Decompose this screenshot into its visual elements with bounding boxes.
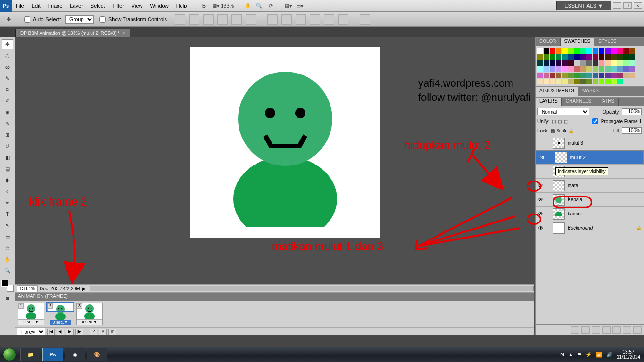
swatch[interactable] [629, 54, 635, 60]
swatch[interactable] [586, 66, 592, 72]
swatch[interactable] [556, 48, 561, 54]
swatch[interactable] [605, 66, 611, 72]
task-paint[interactable]: 🎨 [87, 348, 107, 361]
color-swatches[interactable] [1, 280, 14, 292]
layer-thumbnail[interactable] [553, 222, 565, 234]
close-icon[interactable]: × [123, 31, 125, 36]
swatch[interactable] [556, 54, 561, 60]
layer-visibility-icon[interactable]: 👁 [536, 211, 546, 217]
swatch[interactable] [574, 66, 580, 72]
swatch[interactable] [629, 66, 635, 72]
fill-field[interactable]: 100% [622, 127, 642, 134]
menu-file[interactable]: File [12, 0, 28, 12]
swatch[interactable] [611, 79, 617, 84]
swatch[interactable] [544, 66, 549, 72]
zoom-tool-icon[interactable]: 🔍 [254, 0, 265, 11]
window-close-small[interactable]: × [634, 2, 642, 9]
swatch[interactable] [629, 73, 635, 78]
task-chrome[interactable]: ◉ [65, 348, 85, 361]
screen-mode-icon[interactable]: ▭▾ [294, 0, 305, 11]
workspace-switcher[interactable]: ESSENTIALS ▼ [556, 1, 611, 10]
menu-select[interactable]: Select [87, 0, 109, 12]
swatch[interactable] [611, 54, 617, 60]
swatch[interactable] [562, 60, 568, 66]
swatch[interactable] [611, 73, 617, 78]
swatch[interactable] [550, 48, 555, 54]
swatch[interactable] [605, 73, 611, 78]
align-right-icon[interactable] [246, 14, 256, 25]
swatch[interactable] [544, 73, 549, 78]
swatch[interactable] [550, 79, 555, 84]
layer-row[interactable]: 👁Kepala [536, 193, 644, 207]
swatch[interactable] [568, 54, 574, 60]
distribute-left-icon[interactable] [310, 14, 320, 25]
swatch[interactable] [544, 60, 549, 66]
layer-name[interactable]: badan [567, 211, 636, 216]
group-icon[interactable] [612, 326, 621, 334]
unify-style-icon[interactable]: ⬚ [564, 119, 568, 124]
swatch[interactable] [568, 48, 574, 54]
swatch[interactable] [537, 73, 543, 78]
layer-visibility-icon[interactable]: 👁 [538, 154, 548, 161]
arrange-docs-icon[interactable]: ▦▾ [283, 0, 294, 11]
swatch[interactable] [562, 79, 568, 84]
next-frame-button[interactable]: |▶ [75, 329, 83, 335]
window-minimize-small[interactable]: – [613, 2, 621, 9]
link-layers-icon[interactable] [571, 326, 579, 334]
swatch[interactable] [574, 79, 580, 84]
swatch[interactable] [562, 66, 568, 72]
lasso-tool[interactable]: ᔕ [2, 62, 13, 72]
tray-power-icon[interactable]: ⚡ [586, 352, 592, 358]
swatch[interactable] [562, 48, 568, 54]
swatch[interactable] [593, 48, 598, 54]
auto-select-dropdown[interactable]: Group [65, 15, 94, 24]
swatch[interactable] [586, 79, 592, 84]
swatch[interactable] [556, 60, 561, 66]
swatch[interactable] [605, 60, 611, 66]
swatch[interactable] [593, 60, 598, 66]
swatch[interactable] [544, 79, 549, 84]
swatch[interactable] [629, 60, 635, 66]
zoom-tool[interactable]: 🔍 [2, 265, 13, 276]
prev-frame-button[interactable]: ◀| [57, 329, 64, 335]
layer-visibility-icon[interactable]: 👁 [536, 225, 546, 231]
tray-volume-icon[interactable]: 🔊 [606, 352, 613, 358]
loop-dropdown[interactable]: Forever [17, 328, 45, 336]
menu-layer[interactable]: Layer [66, 0, 87, 12]
tray-language[interactable]: IN [559, 352, 564, 357]
auto-select-checkbox[interactable]: Auto-Select: [22, 15, 61, 24]
swatch[interactable] [580, 73, 586, 78]
lock-transparency-icon[interactable]: ▦ [551, 128, 555, 133]
start-button[interactable] [0, 347, 19, 362]
swatch[interactable] [550, 54, 555, 60]
distribute-vcenter-icon[interactable] [281, 14, 292, 25]
new-layer-icon[interactable] [623, 326, 631, 334]
quick-select-tool[interactable]: ✎ [2, 73, 13, 83]
swatch[interactable] [556, 66, 561, 72]
swatch[interactable] [617, 79, 623, 84]
layer-row[interactable]: 👁mulut 2 [536, 150, 644, 165]
animation-frame[interactable]: 30 sec.▼ [76, 303, 103, 325]
3d-tool[interactable]: ☆ [2, 243, 13, 253]
document-canvas[interactable] [190, 47, 380, 238]
layer-thumbnail[interactable] [553, 138, 565, 149]
layer-name[interactable]: Background [567, 225, 636, 230]
unify-visibility-icon[interactable]: ⬚ [558, 119, 562, 124]
adjustments-tab[interactable]: ADJUSTMENTS [536, 87, 578, 96]
swatch[interactable] [593, 54, 598, 60]
zoom-field[interactable]: 133,1% [17, 285, 38, 292]
show-transform-checkbox[interactable]: Show Transform Controls [98, 15, 167, 24]
layer-thumbnail[interactable] [555, 152, 567, 163]
horizontal-scrollbar[interactable] [90, 286, 534, 291]
path-select-tool[interactable]: ↖ [2, 220, 13, 230]
swatch[interactable] [574, 60, 580, 66]
play-button[interactable]: ▶ [66, 329, 74, 335]
delete-frame-button[interactable]: 🗑 [108, 329, 116, 335]
swatch[interactable] [568, 60, 574, 66]
swatch[interactable] [617, 60, 623, 66]
tween-button[interactable]: ⋰ [90, 329, 97, 335]
align-left-icon[interactable] [217, 14, 228, 25]
quick-mask-icon[interactable]: ◙ [2, 293, 13, 303]
bridge-icon[interactable]: Br [199, 0, 210, 11]
swatch[interactable] [537, 66, 543, 72]
